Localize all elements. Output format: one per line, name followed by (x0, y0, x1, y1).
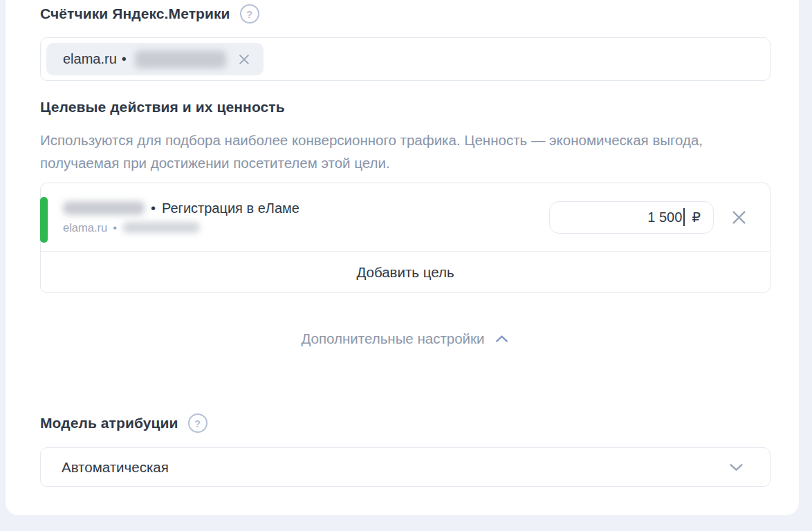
goal-name: Регистрация в еЛаме (162, 201, 299, 216)
campaign-settings-page: { "colors": { "page_bg": "#eef1f8", "car… (0, 0, 812, 531)
text-caret (683, 208, 685, 226)
goal-row: • Регистрация в еЛаме elama.ru • 1 500 ₽ (41, 183, 770, 252)
goal-site: elama.ru (63, 221, 107, 234)
goal-value-controls: 1 500 ₽ (549, 201, 770, 234)
remove-counter-icon[interactable] (237, 53, 251, 66)
additional-settings-toggle[interactable]: Дополнительные настройки (40, 330, 771, 347)
additional-settings-label: Дополнительные настройки (301, 330, 484, 347)
remove-goal-icon[interactable] (730, 208, 748, 227)
goals-list-card: • Регистрация в еЛаме elama.ru • 1 500 ₽ (40, 183, 771, 293)
goals-section-title: Целевые действия и их ценность (40, 99, 285, 115)
currency-symbol: ₽ (692, 209, 701, 225)
goal-active-indicator (40, 197, 48, 243)
help-icon[interactable]: ? (240, 4, 259, 24)
redacted-counter-id (135, 50, 226, 68)
counter-tag: elama.ru • (46, 43, 264, 75)
counter-tag-separator: • (122, 51, 127, 67)
goal-title: • Регистрация в еЛаме (63, 201, 299, 216)
attribution-selected-value: Автоматическая (62, 459, 169, 476)
goals-title-text: Целевые действия и их ценность (40, 99, 285, 115)
add-goal-button[interactable]: Добавить цель (41, 252, 770, 293)
goal-subtitle: elama.ru • (63, 221, 299, 234)
chevron-up-icon (494, 331, 510, 347)
goal-sub-separator: • (113, 221, 117, 234)
redacted-goal-counter-id (122, 222, 200, 233)
goal-value-input[interactable]: 1 500 ₽ (549, 201, 714, 234)
attribution-title-text: Модель атрибуции (40, 415, 178, 431)
chevron-down-icon (728, 458, 745, 476)
attribution-model-select[interactable]: Автоматическая (40, 447, 771, 487)
goals-description: Используются для подбора наиболее конвер… (40, 129, 771, 174)
redacted-goal-id (63, 201, 145, 215)
add-goal-label: Добавить цель (356, 264, 454, 281)
attribution-section-title: Модель атрибуции ? (40, 413, 207, 433)
metrika-counters-field[interactable]: elama.ru • (40, 37, 771, 81)
counter-tag-site: elama.ru (63, 51, 117, 67)
goal-value-text: 1 500 (647, 209, 682, 225)
settings-content: Счётчики Яндекс.Метрики ? elama.ru • Цел… (40, 0, 771, 531)
goal-title-separator: • (151, 201, 156, 216)
help-icon[interactable]: ? (188, 413, 207, 433)
metrika-section-title: Счётчики Яндекс.Метрики ? (40, 4, 259, 24)
metrika-title-text: Счётчики Яндекс.Метрики (40, 6, 230, 22)
goal-info: • Регистрация в еЛаме elama.ru • (41, 201, 299, 234)
